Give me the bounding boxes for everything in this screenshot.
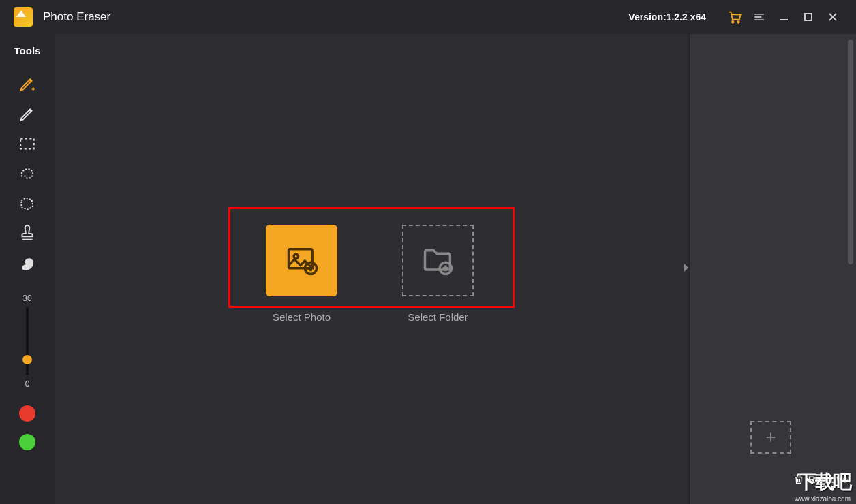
tools-heading: Tools — [14, 45, 41, 57]
slider-thumb[interactable] — [22, 355, 32, 364]
stamp-tool[interactable] — [14, 220, 41, 247]
maximize-button[interactable] — [799, 7, 818, 27]
select-photo-tile[interactable] — [266, 225, 337, 296]
select-folder-label: Select Folder — [408, 311, 468, 323]
slider-track[interactable] — [26, 307, 29, 375]
version-label: Version:1.2.2 x64 — [628, 12, 706, 22]
app-title: Photo Eraser — [43, 10, 110, 24]
trash-icon — [793, 474, 804, 485]
watermark-url: www.xiazaiba.com — [795, 495, 851, 503]
pencil-add-tool[interactable] — [14, 70, 41, 97]
title-bar: Photo Eraser Version:1.2.2 x64 — [0, 0, 856, 34]
color-swatch-red[interactable] — [19, 405, 35, 422]
select-photo-option[interactable]: Select Photo — [266, 225, 337, 323]
select-photo-label: Select Photo — [273, 311, 331, 323]
smudge-tool[interactable] — [14, 250, 41, 277]
app-logo-icon — [14, 7, 33, 27]
polygon-lasso-tool[interactable] — [14, 190, 41, 217]
marquee-tool[interactable] — [14, 130, 41, 157]
remove-label: Remove — [808, 473, 848, 485]
menu-icon[interactable] — [750, 7, 769, 27]
scrollbar[interactable] — [848, 40, 853, 264]
svg-point-0 — [732, 21, 734, 23]
close-button[interactable] — [823, 7, 842, 27]
canvas-area: Select Photo Select Folder — [55, 34, 689, 504]
select-folder-option[interactable]: Select Folder — [402, 225, 474, 323]
svg-rect-11 — [20, 138, 34, 148]
slider-max-label: 30 — [22, 294, 31, 303]
select-folder-tile[interactable] — [402, 225, 474, 296]
color-swatch-green[interactable] — [19, 434, 35, 450]
svg-rect-6 — [805, 14, 812, 20]
pencil-tool[interactable] — [14, 100, 41, 127]
brush-size-slider[interactable]: 30 0 — [22, 294, 31, 393]
svg-point-1 — [737, 21, 739, 23]
lasso-tool[interactable] — [14, 160, 41, 187]
collapse-panel-arrow[interactable] — [683, 262, 690, 276]
minimize-button[interactable] — [774, 7, 793, 27]
tools-sidebar: Tools 30 0 — [0, 34, 55, 504]
slider-min-label: 0 — [25, 379, 30, 389]
add-image-button[interactable] — [750, 421, 791, 454]
right-panel: Remove 下载吧 www.xiazaiba.com — [689, 34, 856, 504]
cart-icon[interactable] — [725, 7, 744, 27]
remove-button[interactable]: Remove — [793, 473, 848, 485]
